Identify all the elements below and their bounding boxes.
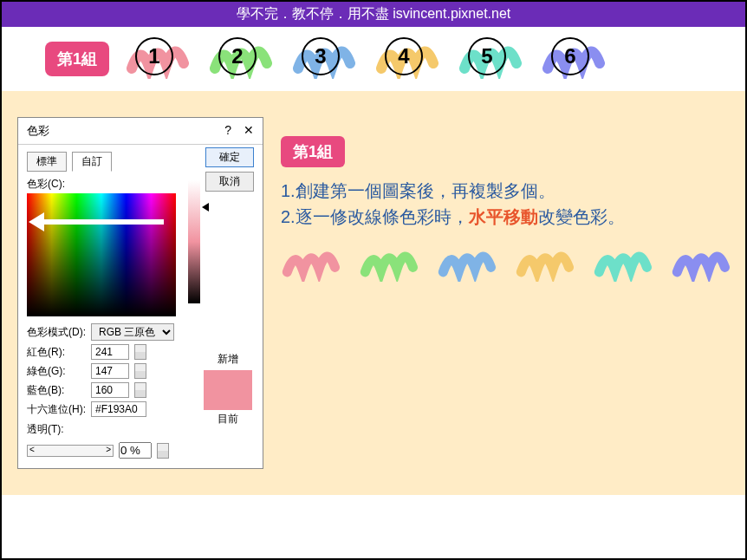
arrow-head-icon — [29, 212, 44, 231]
close-icon[interactable]: ✕ — [244, 123, 254, 139]
explanation: 第1組 1.創建第一個圖案後，再複製多個。 2.逐一修改線條色彩時，水平移動改變… — [281, 117, 730, 469]
circle-number: 3 — [302, 37, 340, 75]
circle-item-6: 6 — [551, 37, 594, 81]
explain-line-2: 2.逐一修改線條色彩時，水平移動改變色彩。 — [281, 204, 730, 230]
g-spinner[interactable] — [134, 363, 146, 379]
help-icon[interactable]: ? — [224, 123, 231, 139]
hex-label: 十六進位(H): — [27, 402, 86, 417]
b-label: 藍色(B): — [27, 383, 86, 398]
group-badge: 第1組 — [45, 42, 109, 76]
scribble-icon — [593, 240, 652, 282]
current-label: 目前 — [204, 412, 252, 427]
circle-number: 5 — [468, 37, 506, 75]
color-spectrum[interactable] — [27, 193, 176, 316]
circle-number: 4 — [385, 37, 423, 75]
b-input[interactable] — [91, 382, 129, 398]
r-input[interactable] — [91, 344, 129, 360]
b-spinner[interactable] — [134, 382, 146, 398]
luminance-pointer-icon — [202, 203, 209, 212]
trans-spinner[interactable] — [157, 443, 169, 459]
swatch-scribble-5 — [593, 240, 652, 282]
tab-custom[interactable]: 自訂 — [72, 152, 112, 172]
arrow-line — [34, 219, 164, 225]
circle-item-4: 4 — [385, 37, 428, 81]
trans-label: 透明(T): — [27, 422, 64, 437]
new-label: 新增 — [204, 352, 252, 367]
scribble-icon — [671, 240, 730, 282]
swatch-scribble-6 — [671, 240, 730, 282]
dialog-title: 色彩 — [27, 123, 49, 139]
circle-item-2: 2 — [218, 37, 262, 81]
luminance-bar[interactable] — [188, 180, 200, 303]
swatch-scribble-4 — [515, 240, 574, 282]
color-dialog: 色彩 ? ✕ 確定 取消 標準 自訂 色彩(C): 色彩模式(D): RGB 三… — [17, 117, 263, 469]
r-spinner[interactable] — [134, 344, 146, 360]
page-header: 學不完．教不停．用不盡 isvincent.pixnet.net — [2, 2, 745, 27]
preview-box: 新增 目前 — [204, 352, 252, 427]
circles-row: 1 2 3 4 5 6 — [135, 37, 594, 81]
scribble-icon — [515, 240, 574, 282]
r-label: 紅色(R): — [27, 345, 86, 360]
scribble-icon — [359, 240, 418, 282]
g-input[interactable] — [91, 363, 129, 379]
tab-standard[interactable]: 標準 — [27, 152, 67, 172]
circle-number: 1 — [135, 37, 173, 75]
circle-number: 6 — [551, 37, 589, 75]
mode-select[interactable]: RGB 三原色 — [91, 323, 174, 341]
circle-number: 2 — [218, 37, 257, 75]
color-swatch — [204, 370, 252, 410]
swatch-scribble-1 — [281, 240, 340, 282]
circle-item-5: 5 — [468, 37, 511, 81]
swatch-scribble-2 — [359, 240, 418, 282]
explain-line-1: 1.創建第一個圖案後，再複製多個。 — [281, 178, 730, 204]
transparency-input[interactable] — [119, 442, 152, 459]
ok-button[interactable]: 確定 — [205, 147, 254, 167]
circle-item-3: 3 — [302, 37, 345, 81]
top-section: 第1組 1 2 3 4 5 6 — [2, 27, 745, 91]
circle-item-1: 1 — [135, 37, 179, 81]
g-label: 綠色(G): — [27, 364, 86, 379]
scribble-icon — [437, 240, 496, 282]
scribble-icon — [281, 240, 340, 282]
scribbles-row — [281, 240, 730, 282]
bottom-section: 色彩 ? ✕ 確定 取消 標準 自訂 色彩(C): 色彩模式(D): RGB 三… — [2, 91, 745, 495]
cancel-button[interactable]: 取消 — [205, 172, 254, 192]
hex-input[interactable] — [91, 401, 146, 417]
mode-label: 色彩模式(D): — [27, 325, 86, 340]
dialog-titlebar: 色彩 ? ✕ — [18, 118, 263, 145]
transparency-slider[interactable] — [27, 445, 114, 457]
swatch-scribble-3 — [437, 240, 496, 282]
explain-badge: 第1組 — [281, 136, 345, 167]
